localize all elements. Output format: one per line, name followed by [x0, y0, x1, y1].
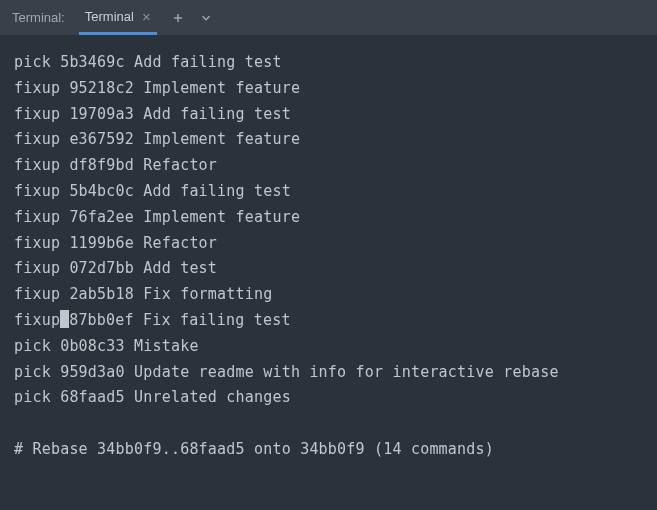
- rebase-line: fixup 1199b6e Refactor: [14, 231, 643, 257]
- terminal-header: Terminal: Terminal ×: [0, 0, 657, 36]
- rebase-line: fixup87bb0ef Fix failing test: [14, 308, 643, 334]
- rebase-line: fixup 2ab5b18 Fix formatting: [14, 282, 643, 308]
- rebase-line: fixup 95218c2 Implement feature: [14, 76, 643, 102]
- tab-label: Terminal: [85, 9, 134, 24]
- close-icon[interactable]: ×: [142, 9, 151, 24]
- rebase-line: pick 68faad5 Unrelated changes: [14, 385, 643, 411]
- blank-line: [14, 411, 643, 437]
- cursor: [60, 310, 69, 328]
- rebase-line: fixup df8f9bd Refactor: [14, 153, 643, 179]
- rebase-line: pick 959d3a0 Update readme with info for…: [14, 360, 643, 386]
- plus-icon[interactable]: [171, 11, 185, 25]
- header-label: Terminal:: [12, 10, 65, 25]
- terminal-output[interactable]: pick 5b3469c Add failing testfixup 95218…: [0, 36, 657, 477]
- rebase-line: fixup 19709a3 Add failing test: [14, 102, 643, 128]
- chevron-down-icon[interactable]: [199, 11, 213, 25]
- terminal-tab[interactable]: Terminal ×: [79, 0, 157, 35]
- rebase-footer: # Rebase 34bb0f9..68faad5 onto 34bb0f9 (…: [14, 437, 643, 463]
- rebase-line: fixup e367592 Implement feature: [14, 127, 643, 153]
- rebase-line: fixup 072d7bb Add test: [14, 256, 643, 282]
- rebase-line: fixup 76fa2ee Implement feature: [14, 205, 643, 231]
- rebase-line: fixup 5b4bc0c Add failing test: [14, 179, 643, 205]
- rebase-line: pick 5b3469c Add failing test: [14, 50, 643, 76]
- rebase-line: pick 0b08c33 Mistake: [14, 334, 643, 360]
